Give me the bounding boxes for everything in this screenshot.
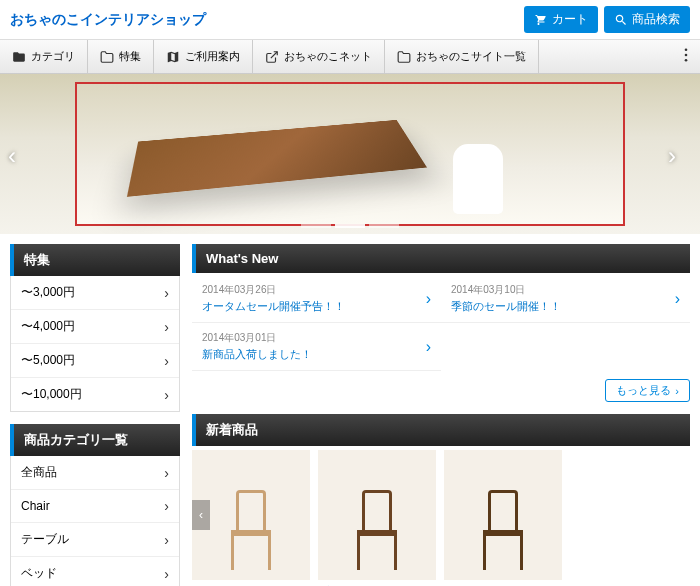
- news-text: 2014年03月10日季節のセール開催！！: [451, 283, 561, 314]
- hero-image-table: [127, 120, 427, 197]
- sidebar-category-heading: 商品カテゴリ一覧: [10, 424, 180, 456]
- whats-new-heading: What's New: [192, 244, 690, 273]
- product-card: ブラウンウッドチェアNewPick UpNo.2: [318, 450, 436, 586]
- item-label: テーブル: [21, 531, 69, 548]
- more-news-button[interactable]: もっと見る ›: [605, 379, 690, 402]
- carousel-dot[interactable]: [301, 224, 331, 228]
- external-link-icon: [265, 50, 279, 64]
- item-label: 〜3,000円: [21, 284, 75, 301]
- news-text: 2014年03月26日オータムセール開催予告！！: [202, 283, 345, 314]
- nav-ochanoko-net[interactable]: おちゃのこネット: [253, 40, 385, 73]
- folder-icon: [397, 50, 411, 64]
- news-item[interactable]: 2014年03月26日オータムセール開催予告！！›: [192, 275, 441, 323]
- product-carousel: ‹ ナチュラルウッドチェアNewPick Up6個 同梱無料ブラウンウッドチェア…: [192, 450, 690, 586]
- news-date: 2014年03月01日: [202, 331, 312, 345]
- chevron-right-icon: ›: [675, 290, 680, 308]
- hero-image-chair: [453, 144, 503, 214]
- chevron-right-icon: ›: [164, 319, 169, 335]
- svg-point-2: [685, 54, 688, 57]
- sidebar-category-item[interactable]: ベッド›: [11, 557, 179, 586]
- folder-open-icon: [100, 50, 114, 64]
- news-title: 季節のセール開催！！: [451, 299, 561, 314]
- hero-carousel: ‹ ›: [0, 74, 700, 234]
- site-title[interactable]: おちゃのこインテリアショップ: [10, 11, 518, 29]
- more-label: もっと見る: [616, 383, 671, 398]
- chevron-right-icon: ›: [164, 532, 169, 548]
- search-label: 商品検索: [632, 11, 680, 28]
- nav-label: 特集: [119, 49, 141, 64]
- chevron-right-icon: ›: [164, 353, 169, 369]
- nav-category[interactable]: カテゴリ: [0, 40, 88, 73]
- chevron-right-icon: ›: [164, 387, 169, 403]
- sidebar-category-list: 全商品›Chair›テーブル›ベッド›時計›収納›: [10, 456, 180, 586]
- product-image[interactable]: [318, 450, 436, 580]
- chevron-right-icon: ›: [164, 465, 169, 481]
- chevron-right-icon: ›: [426, 290, 431, 308]
- product-scroll-left-button[interactable]: ‹: [192, 500, 210, 530]
- svg-point-3: [685, 59, 688, 62]
- sidebar-feature-list: 〜3,000円›〜4,000円›〜5,000円›〜10,000円›: [10, 276, 180, 412]
- chevron-right-icon: ›: [164, 285, 169, 301]
- carousel-dot[interactable]: [369, 224, 399, 228]
- item-label: Chair: [21, 499, 50, 513]
- news-item[interactable]: 2014年03月01日新商品入荷しました！›: [192, 323, 441, 371]
- carousel-next-button[interactable]: ›: [668, 142, 692, 166]
- cart-button[interactable]: カート: [524, 6, 598, 33]
- main-nav: カテゴリ 特集 ご利用案内 おちゃのこネット おちゃのこサイト一覧: [0, 40, 700, 74]
- search-button[interactable]: 商品検索: [604, 6, 690, 33]
- sidebar-category-item[interactable]: テーブル›: [11, 523, 179, 557]
- news-text: 2014年03月01日新商品入荷しました！: [202, 331, 312, 362]
- cart-icon: [534, 14, 548, 26]
- nav-label: カテゴリ: [31, 49, 75, 64]
- item-label: 〜4,000円: [21, 318, 75, 335]
- svg-point-1: [685, 48, 688, 51]
- chevron-right-icon: ›: [675, 385, 679, 397]
- news-date: 2014年03月26日: [202, 283, 345, 297]
- sidebar-feature-item[interactable]: 〜4,000円›: [11, 310, 179, 344]
- news-title: 新商品入荷しました！: [202, 347, 312, 362]
- nav-label: おちゃのこネット: [284, 49, 372, 64]
- nav-ochanoko-sites[interactable]: おちゃのこサイト一覧: [385, 40, 539, 73]
- news-title: オータムセール開催予告！！: [202, 299, 345, 314]
- nav-feature[interactable]: 特集: [88, 40, 154, 73]
- svg-line-0: [271, 51, 277, 57]
- nav-more-button[interactable]: [672, 40, 700, 73]
- sidebar-category-item[interactable]: Chair›: [11, 490, 179, 523]
- sidebar-feature-item[interactable]: 〜5,000円›: [11, 344, 179, 378]
- nav-label: ご利用案内: [185, 49, 240, 64]
- sidebar-category-item[interactable]: 全商品›: [11, 456, 179, 490]
- cart-label: カート: [552, 11, 588, 28]
- sidebar-feature-heading: 特集: [10, 244, 180, 276]
- sidebar-feature-item[interactable]: 〜10,000円›: [11, 378, 179, 411]
- hero-slide[interactable]: [75, 82, 625, 226]
- chevron-right-icon: ›: [164, 498, 169, 514]
- news-item[interactable]: 2014年03月10日季節のセール開催！！›: [441, 275, 690, 323]
- product-card: ゆらゆらチェアNewPick Up: [444, 450, 562, 586]
- sidebar-feature-item[interactable]: 〜3,000円›: [11, 276, 179, 310]
- news-date: 2014年03月10日: [451, 283, 561, 297]
- map-icon: [166, 50, 180, 64]
- chevron-right-icon: ›: [164, 566, 169, 582]
- nav-label: おちゃのこサイト一覧: [416, 49, 526, 64]
- chevron-right-icon: ›: [426, 338, 431, 356]
- item-label: 〜5,000円: [21, 352, 75, 369]
- carousel-indicators: [301, 224, 399, 228]
- news-list: 2014年03月26日オータムセール開催予告！！›2014年03月10日季節のセ…: [192, 275, 690, 371]
- item-label: 〜10,000円: [21, 386, 82, 403]
- product-image[interactable]: [444, 450, 562, 580]
- search-icon: [614, 13, 628, 27]
- item-label: ベッド: [21, 565, 57, 582]
- nav-guide[interactable]: ご利用案内: [154, 40, 253, 73]
- carousel-prev-button[interactable]: ‹: [8, 142, 32, 166]
- carousel-dot[interactable]: [335, 224, 365, 228]
- item-label: 全商品: [21, 464, 57, 481]
- more-vertical-icon: [684, 48, 688, 62]
- folder-icon: [12, 50, 26, 64]
- new-arrivals-heading: 新着商品: [192, 414, 690, 446]
